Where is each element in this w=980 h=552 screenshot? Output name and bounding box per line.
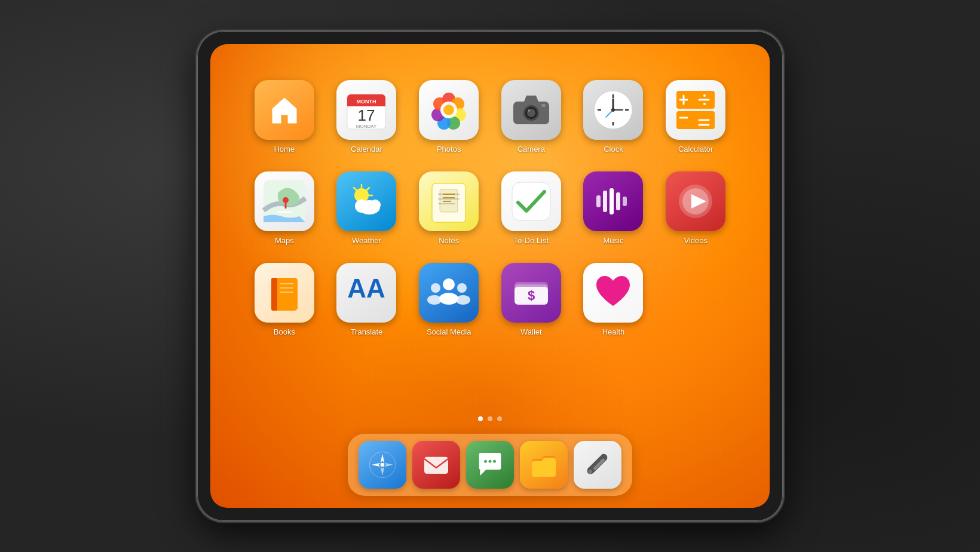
books-label: Books [274, 327, 295, 336]
notes-icon [419, 171, 479, 231]
svg-rect-56 [440, 189, 458, 212]
weather-icon [336, 171, 396, 231]
social-label: Social Media [427, 327, 471, 336]
page-dots [478, 416, 502, 421]
dock-files[interactable] [520, 441, 568, 489]
svg-text:MONDAY: MONDAY [356, 124, 377, 129]
camera-icon [501, 80, 561, 140]
translate-label: Translate [351, 327, 383, 336]
dock-messages[interactable] [466, 441, 514, 489]
app-translate[interactable]: AA Translate [329, 263, 405, 336]
svg-text:AA: AA [348, 274, 386, 303]
svg-text:MONTH: MONTH [357, 99, 376, 105]
svg-text:17: 17 [358, 106, 375, 124]
svg-rect-63 [610, 188, 614, 214]
dock-mail[interactable] [412, 441, 460, 489]
svg-rect-91 [424, 457, 448, 474]
calculator-icon [666, 80, 725, 140]
app-calendar[interactable]: MONTH 17 MONDAY Calendar [329, 80, 405, 154]
app-social[interactable]: Social Media [411, 263, 487, 336]
photos-label: Photos [437, 145, 461, 154]
svg-rect-65 [623, 197, 627, 206]
app-weather[interactable]: Weather [329, 171, 405, 245]
svg-line-47 [367, 188, 369, 190]
app-maps[interactable]: Maps [246, 171, 323, 245]
home-label: Home [274, 145, 295, 154]
svg-point-92 [484, 460, 487, 463]
calculator-label: Calculator [678, 145, 713, 154]
svg-marker-88 [381, 467, 385, 476]
ipad-screen: Home MONTH 17 MONDAY Calendar [210, 44, 770, 508]
notes-label: Notes [439, 236, 459, 245]
svg-point-42 [283, 197, 289, 203]
svg-point-93 [489, 460, 492, 463]
svg-point-36 [703, 103, 706, 105]
photos-icon [419, 80, 479, 140]
app-videos[interactable]: Videos [657, 171, 734, 245]
weather-label: Weather [352, 236, 381, 245]
wallet-label: Wallet [520, 327, 542, 336]
calendar-icon: MONTH 17 MONDAY [336, 80, 396, 140]
svg-point-77 [431, 283, 440, 293]
health-icon [583, 263, 643, 323]
svg-point-76 [439, 293, 458, 305]
app-clock[interactable]: Clock [575, 80, 652, 154]
app-health[interactable]: Health [575, 263, 652, 336]
music-icon [583, 171, 643, 231]
app-photos[interactable]: Photos [411, 80, 487, 154]
videos-label: Videos [684, 236, 708, 245]
svg-line-48 [354, 188, 356, 190]
health-label: Health [602, 327, 625, 336]
svg-rect-70 [271, 278, 277, 311]
svg-point-14 [443, 105, 454, 115]
app-wallet[interactable]: $ Wallet [493, 263, 569, 336]
svg-point-95 [588, 470, 592, 474]
svg-point-78 [427, 295, 442, 305]
svg-point-79 [457, 283, 467, 293]
home-icon [255, 80, 314, 140]
app-calculator[interactable]: Calculator [657, 80, 734, 154]
clock-label: Clock [604, 145, 623, 154]
svg-rect-62 [603, 191, 607, 212]
music-label: Music [604, 236, 624, 245]
ipad-frame: Home MONTH 17 MONDAY Calendar [197, 31, 783, 521]
svg-point-50 [355, 200, 368, 213]
dot-1[interactable] [478, 416, 483, 421]
app-notes[interactable]: Notes [411, 171, 487, 245]
svg-point-75 [443, 278, 455, 290]
dot-3[interactable] [497, 416, 502, 421]
translate-icon: AA [336, 263, 396, 323]
maps-icon [255, 171, 314, 231]
svg-point-80 [456, 295, 470, 305]
dock-compass[interactable] [359, 441, 406, 489]
maps-label: Maps [275, 236, 294, 245]
dock [348, 434, 632, 496]
svg-text:$: $ [528, 288, 535, 303]
wallet-icon: $ [501, 263, 561, 323]
svg-point-90 [381, 463, 385, 467]
calendar-label: Calendar [351, 145, 382, 154]
videos-icon [666, 171, 725, 231]
svg-point-51 [370, 200, 381, 210]
svg-rect-20 [541, 104, 546, 107]
svg-marker-89 [372, 463, 381, 467]
app-grid: Home MONTH 17 MONDAY Calendar [246, 80, 734, 336]
app-music[interactable]: Music [575, 171, 652, 245]
svg-point-34 [703, 94, 706, 97]
svg-marker-86 [381, 454, 385, 463]
dot-2[interactable] [488, 416, 492, 421]
social-icon [419, 263, 479, 323]
app-home[interactable]: Home [246, 80, 323, 154]
dock-tools[interactable] [574, 441, 621, 489]
app-todo[interactable]: To-Do List [493, 171, 569, 245]
clock-icon [583, 80, 643, 140]
todo-label: To-Do List [514, 236, 549, 245]
svg-marker-87 [384, 463, 393, 467]
camera-label: Camera [517, 145, 545, 154]
svg-point-94 [493, 460, 496, 463]
app-books[interactable]: Books [246, 263, 323, 336]
books-icon [255, 263, 314, 323]
svg-point-30 [611, 108, 615, 112]
app-camera[interactable]: Camera [493, 80, 569, 154]
svg-point-19 [528, 109, 530, 112]
